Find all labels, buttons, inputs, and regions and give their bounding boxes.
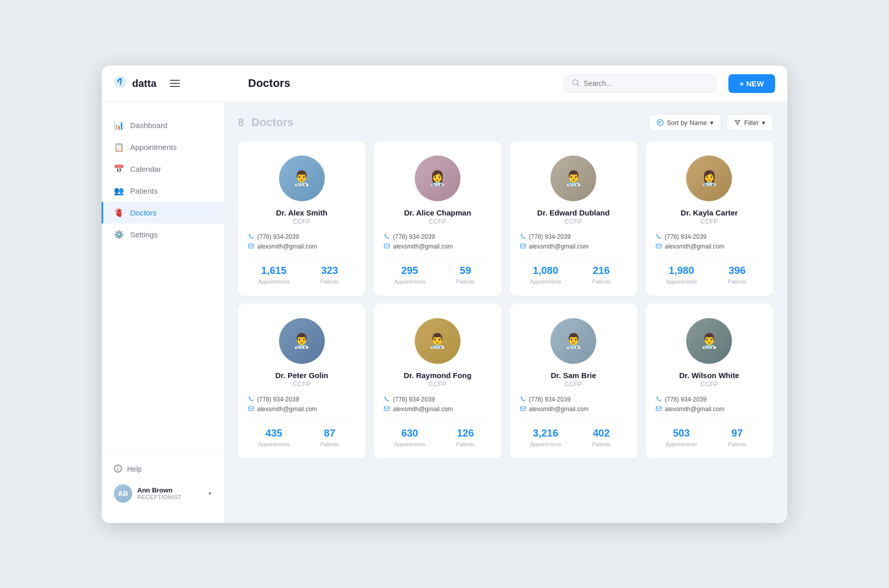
logo-icon xyxy=(114,75,127,91)
appointments-stat: 1,615 Appointments xyxy=(248,265,300,286)
phone-row: (778) 934-2039 xyxy=(248,395,355,405)
doctor-name: Dr. Alex Smith xyxy=(276,208,327,217)
email-icon xyxy=(248,406,254,413)
content-area: 8 Doctors Sort by Name ▾ xyxy=(224,102,787,523)
sidebar-item-label: Calendar xyxy=(130,165,161,173)
filter-button[interactable]: Filter ▾ xyxy=(726,114,773,131)
doctor-credential: CCFP xyxy=(565,381,583,388)
appointments-stat: 435 Appointments xyxy=(248,427,300,448)
sort-button[interactable]: Sort by Name ▾ xyxy=(649,114,721,131)
logo-area: datta xyxy=(114,75,236,91)
phone-icon xyxy=(520,233,526,241)
patients-label: Patients xyxy=(320,279,339,285)
stats-row: 295 Appointments 59 Patients xyxy=(384,258,491,286)
user-card[interactable]: AB Ann Brown RECEPTIONIST ▾ xyxy=(114,484,211,503)
doctor-credential: CCFP xyxy=(565,218,583,225)
doctor-avatar: 👨‍⚕️ xyxy=(415,318,461,364)
svg-point-1 xyxy=(119,78,122,81)
phone-row: (778) 934-2039 xyxy=(384,232,491,242)
doctor-name: Dr. Alice Chapman xyxy=(404,208,471,217)
phone-number: (778) 934-2039 xyxy=(257,396,299,403)
doctor-name: Dr. Peter Golin xyxy=(275,371,328,380)
phone-number: (778) 934-2039 xyxy=(393,396,435,403)
new-button[interactable]: + NEW xyxy=(728,74,775,93)
doctor-avatar: 👨‍⚕️ xyxy=(686,318,732,364)
hamburger-menu[interactable] xyxy=(170,78,180,89)
calendar-icon: 📅 xyxy=(114,164,124,174)
patients-stat: 97 Patients xyxy=(711,427,763,448)
phone-row: (778) 934-2039 xyxy=(520,395,627,405)
doctor-card[interactable]: 👨‍⚕️ Dr. Sam Brie CCFP (778) 934-2039 xyxy=(510,304,637,458)
user-role: RECEPTIONIST xyxy=(137,494,203,500)
email-address: alexsmith@gmail.com xyxy=(393,243,453,250)
stats-row: 503 Appointments 97 Patients xyxy=(656,421,763,448)
appointments-stat: 503 Appointments xyxy=(656,427,708,448)
doctor-credential: CCFP xyxy=(429,218,447,225)
svg-rect-4 xyxy=(170,86,180,87)
doctor-card[interactable]: 👨‍⚕️ Dr. Raymond Fong CCFP (778) 934-203… xyxy=(374,304,501,458)
doctor-card[interactable]: 👩‍⚕️ Dr. Alice Chapman CCFP (778) 934-20… xyxy=(374,141,501,296)
doctor-card[interactable]: 👨‍⚕️ Dr. Edward Dubland CCFP (778) 934-2… xyxy=(510,141,637,296)
appointments-label: Appointments xyxy=(394,279,425,285)
doctor-card[interactable]: 👨‍⚕️ Dr. Alex Smith CCFP (778) 934-2039 xyxy=(238,141,365,296)
svg-rect-3 xyxy=(170,83,180,84)
patients-label: Patients xyxy=(728,442,746,447)
sidebar-item-appointments[interactable]: 📋 Appointments xyxy=(102,136,224,158)
chevron-down-icon: ▾ xyxy=(208,490,211,497)
avatar: AB xyxy=(114,484,132,503)
phone-number: (778) 934-2039 xyxy=(529,233,571,240)
svg-rect-11 xyxy=(384,244,389,248)
doctor-card[interactable]: 👨‍⚕️ Dr. Wilson White CCFP (778) 934-203… xyxy=(646,304,773,458)
patients-stat: 402 Patients xyxy=(575,427,627,448)
doctor-name: Dr. Sam Brie xyxy=(551,371,596,380)
doctor-contacts: (778) 934-2039 alexsmith@gmail.com xyxy=(248,232,355,251)
sidebar-item-dashboard[interactable]: 📊 Dashboard xyxy=(102,114,224,136)
appointments-count: 3,216 xyxy=(520,427,572,439)
doctor-contacts: (778) 934-2039 alexsmith@gmail.com xyxy=(656,395,763,414)
doctor-avatar: 👩‍⚕️ xyxy=(415,156,461,201)
phone-icon xyxy=(248,396,254,404)
app-window: datta Doctors + NEW xyxy=(102,66,787,523)
patients-count: 59 xyxy=(440,265,492,276)
app-logo-text: datta xyxy=(132,78,157,89)
search-input[interactable] xyxy=(584,79,708,87)
filter-label: Filter xyxy=(744,119,759,127)
appointments-stat: 295 Appointments xyxy=(384,265,436,286)
email-icon xyxy=(520,406,526,413)
svg-rect-17 xyxy=(656,407,661,411)
user-initials: AB xyxy=(118,489,128,498)
help-item[interactable]: i Help xyxy=(114,460,211,478)
doctor-contacts: (778) 934-2039 alexsmith@gmail.com xyxy=(656,232,763,251)
user-info: Ann Brown RECEPTIONIST xyxy=(137,486,203,500)
sidebar-item-doctors[interactable]: 🫀 Doctors xyxy=(102,202,224,224)
sort-icon xyxy=(657,119,664,126)
patients-count: 87 xyxy=(304,427,356,439)
email-row: alexsmith@gmail.com xyxy=(248,405,355,414)
doctors-icon: 🫀 xyxy=(114,208,124,218)
doctor-contacts: (778) 934-2039 alexsmith@gmail.com xyxy=(384,395,491,414)
email-icon xyxy=(384,406,390,413)
doctor-name: Dr. Edward Dubland xyxy=(537,208,610,217)
email-icon xyxy=(656,243,662,250)
phone-icon xyxy=(384,233,390,241)
svg-rect-15 xyxy=(384,407,389,411)
doctor-name: Dr. Wilson White xyxy=(679,371,739,380)
email-row: alexsmith@gmail.com xyxy=(656,405,763,414)
sidebar: 📊 Dashboard 📋 Appointments 📅 Calendar 👥 … xyxy=(102,102,224,523)
patients-count: 216 xyxy=(575,265,627,276)
appointments-icon: 📋 xyxy=(114,142,124,152)
doctor-card[interactable]: 👨‍⚕️ Dr. Peter Golin CCFP (778) 934-2039 xyxy=(238,304,365,458)
svg-rect-2 xyxy=(170,80,180,81)
doctor-card[interactable]: 👩‍⚕️ Dr. Kayla Carter CCFP (778) 934-203… xyxy=(646,141,773,296)
patients-label: Patients xyxy=(456,279,475,285)
sidebar-item-calendar[interactable]: 📅 Calendar xyxy=(102,158,224,180)
sidebar-item-settings[interactable]: ⚙️ Settings xyxy=(102,224,224,245)
email-icon xyxy=(384,243,390,250)
email-address: alexsmith@gmail.com xyxy=(529,406,589,413)
phone-number: (778) 934-2039 xyxy=(393,233,435,240)
sidebar-item-patients[interactable]: 👥 Patients xyxy=(102,180,224,202)
phone-icon xyxy=(656,233,662,241)
email-address: alexsmith@gmail.com xyxy=(529,243,589,250)
patients-label: Patients xyxy=(456,442,475,447)
settings-icon: ⚙️ xyxy=(114,230,124,239)
